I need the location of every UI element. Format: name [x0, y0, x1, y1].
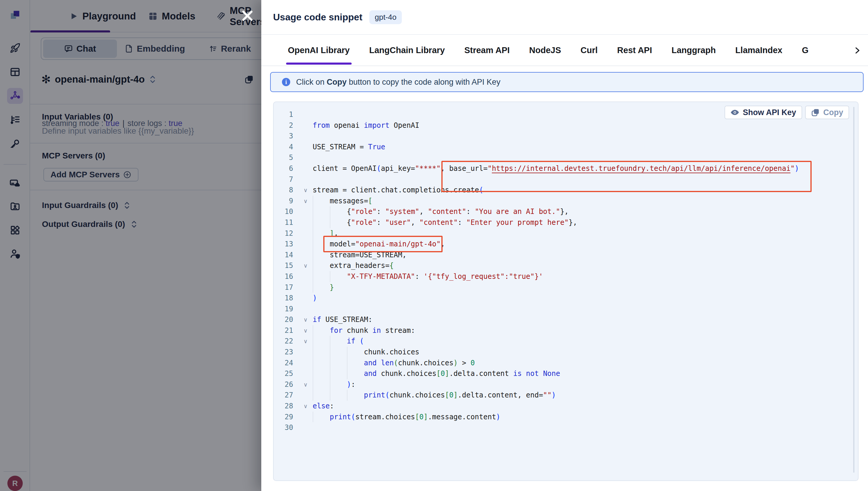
code-line: 18)	[274, 293, 859, 304]
indent-guide	[313, 271, 330, 282]
copy-icon	[811, 108, 820, 117]
fold-gutter	[299, 228, 313, 239]
indent-guide	[347, 347, 364, 357]
modal-tab-openai-library[interactable]: OpenAI Library	[288, 34, 350, 66]
indent-guide	[330, 368, 347, 379]
fold-chevron-icon[interactable]: ∨	[299, 260, 313, 271]
base-url-highlight-box	[441, 161, 812, 192]
code-editor: 12from openai import OpenAI34USE_STREAM …	[273, 102, 859, 481]
info-banner: i Click on Copy button to copy the code …	[270, 72, 864, 92]
code-line: 3	[274, 131, 859, 142]
code-lines[interactable]: 12from openai import OpenAI34USE_STREAM …	[274, 109, 859, 433]
info-icon: i	[282, 78, 290, 86]
fold-gutter	[299, 422, 313, 433]
code-line: 19	[274, 304, 859, 315]
modal-tab-langchain-library[interactable]: LangChain Library	[369, 34, 445, 66]
indent-guide	[313, 336, 330, 347]
indent-guide	[330, 390, 347, 401]
fold-gutter	[299, 206, 313, 217]
fold-gutter	[299, 163, 313, 174]
fold-chevron-icon[interactable]: ∨	[299, 325, 313, 336]
line-number: 9	[274, 196, 299, 206]
code-line: 17}	[274, 282, 859, 293]
fold-gutter	[299, 250, 313, 261]
fold-gutter	[299, 109, 313, 120]
code-line: 28∨else:	[274, 401, 859, 412]
line-number: 18	[274, 293, 299, 304]
modal-tab-stream-api[interactable]: Stream API	[465, 34, 510, 66]
indent-guide	[313, 325, 330, 336]
line-number: 20	[274, 314, 299, 325]
fold-chevron-icon[interactable]: ∨	[299, 196, 313, 206]
line-number: 23	[274, 347, 299, 357]
modal-tab-nodejs[interactable]: NodeJS	[529, 34, 561, 66]
chevron-right-icon[interactable]	[852, 35, 862, 66]
line-number: 26	[274, 379, 299, 390]
line-number: 22	[274, 336, 299, 347]
line-number: 17	[274, 282, 299, 293]
fold-chevron-icon[interactable]: ∨	[299, 314, 313, 325]
indent-guide	[330, 379, 347, 390]
fold-chevron-icon[interactable]: ∨	[299, 379, 313, 390]
line-number: 13	[274, 239, 299, 250]
line-number: 2	[274, 120, 299, 131]
modal-tab-langgraph[interactable]: Langgraph	[672, 34, 716, 66]
code-line: 4USE_STREAM = True	[274, 142, 859, 152]
fold-gutter	[299, 120, 313, 131]
line-number: 19	[274, 304, 299, 315]
modal-backdrop[interactable]	[0, 0, 261, 491]
line-number: 10	[274, 206, 299, 217]
line-number: 12	[274, 228, 299, 239]
indent-guide	[313, 368, 330, 379]
fold-gutter	[299, 271, 313, 282]
line-number: 25	[274, 368, 299, 379]
code-line: 10{"role": "system", "content": "You are…	[274, 206, 859, 217]
line-number: 27	[274, 390, 299, 401]
line-number: 16	[274, 271, 299, 282]
copy-code-button[interactable]: Copy	[805, 106, 849, 119]
indent-guide	[313, 206, 330, 217]
indent-guide	[330, 357, 347, 369]
indent-guide	[313, 260, 330, 271]
code-line: 26∨):	[274, 379, 859, 390]
fold-gutter	[299, 239, 313, 250]
line-number: 4	[274, 142, 299, 152]
indent-guide	[313, 379, 330, 390]
indent-guide	[330, 217, 347, 228]
modal-tab-g[interactable]: G	[802, 34, 809, 66]
code-line: 9∨messages=[	[274, 196, 859, 206]
fold-gutter	[299, 412, 313, 423]
usage-code-snippet-modal: Usage code snippet gpt-4o OpenAI Library…	[261, 0, 868, 491]
line-number: 1	[274, 109, 299, 120]
fold-chevron-icon[interactable]: ∨	[299, 185, 313, 196]
modal-tab-curl[interactable]: Curl	[581, 34, 597, 66]
show-api-key-button[interactable]: Show API Key	[725, 106, 802, 119]
indent-guide	[347, 368, 364, 379]
indent-guide	[313, 390, 330, 401]
fold-gutter	[299, 293, 313, 304]
indent-guide	[330, 336, 347, 347]
fold-chevron-icon[interactable]: ∨	[299, 401, 313, 412]
modal-tab-rest-api[interactable]: Rest API	[617, 34, 652, 66]
indent-guide	[313, 196, 330, 206]
modal-tab-llamaindex[interactable]: LlamaIndex	[735, 34, 782, 66]
indent-guide	[330, 271, 347, 282]
indent-guide	[347, 390, 364, 401]
code-line: 30	[274, 422, 859, 433]
fold-gutter	[299, 174, 313, 185]
code-line: 2from openai import OpenAI	[274, 120, 859, 131]
line-number: 7	[274, 174, 299, 185]
code-line: 15∨extra_headers={	[274, 260, 859, 271]
close-icon[interactable]	[240, 8, 255, 23]
fold-gutter	[299, 152, 313, 163]
fold-chevron-icon[interactable]: ∨	[299, 336, 313, 347]
eye-icon	[730, 108, 739, 117]
fold-gutter	[299, 131, 313, 142]
code-line: 23chunk.choices	[274, 347, 859, 357]
line-number: 15	[274, 260, 299, 271]
model-badge: gpt-4o	[369, 10, 402, 24]
indent-guide	[347, 357, 364, 369]
code-line: 21∨for chunk in stream:	[274, 325, 859, 336]
code-scrollbar[interactable]	[853, 107, 855, 473]
fold-gutter	[299, 282, 313, 293]
